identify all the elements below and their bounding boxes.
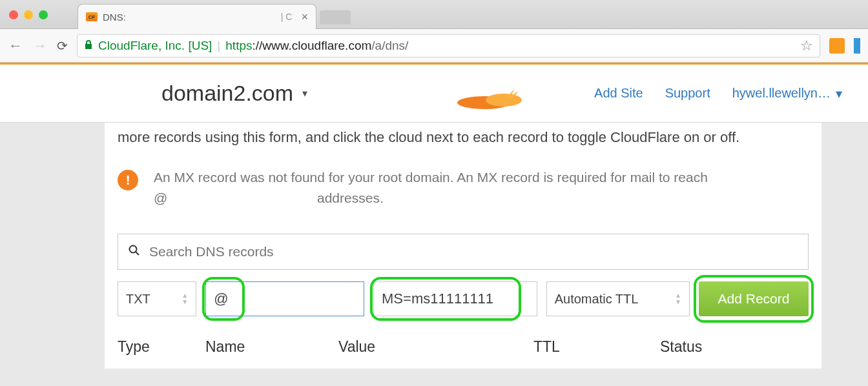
domain-name: domain2.com: [161, 81, 293, 106]
column-header-status: Status: [660, 338, 809, 356]
svg-point-2: [130, 245, 137, 252]
add-site-link[interactable]: Add Site: [594, 86, 643, 101]
address-bar[interactable]: CloudFlare, Inc. [US] | https://www.clou…: [77, 34, 820, 57]
header-nav: Add Site Support hywel.llewellyn… ▾: [594, 86, 842, 101]
extension-icon[interactable]: [829, 38, 845, 54]
record-name-input[interactable]: [214, 290, 356, 307]
browser-tab[interactable]: DNS: | C ×: [78, 4, 316, 29]
add-record-row: TXT ▲▼ Automatic TTL ▲▼ Add Record: [118, 281, 809, 316]
search-box[interactable]: [118, 234, 809, 270]
column-header-type: Type: [118, 338, 205, 356]
intro-text: more records using this form, and click …: [118, 123, 809, 163]
bookmark-star-icon[interactable]: ☆: [800, 37, 813, 54]
browser-toolbar: ← → ⟳ CloudFlare, Inc. [US] | https://ww…: [0, 29, 868, 63]
minimize-window-button[interactable]: [24, 10, 33, 19]
search-icon: [129, 245, 140, 259]
user-name: hywel.llewellyn…: [732, 86, 831, 101]
record-type-value: TXT: [126, 292, 150, 307]
record-type-select[interactable]: TXT ▲▼: [118, 281, 196, 316]
content-area: more records using this form, and click …: [0, 123, 868, 369]
ttl-select[interactable]: Automatic TTL ▲▼: [546, 281, 690, 316]
dns-table-header: Type Name Value TTL Status: [118, 338, 809, 356]
user-menu[interactable]: hywel.llewellyn… ▾: [732, 86, 842, 101]
stepper-icon: ▲▼: [181, 292, 188, 305]
support-link[interactable]: Support: [665, 86, 710, 101]
column-header-name: Name: [205, 338, 338, 356]
cloudflare-logo-icon: [455, 78, 526, 109]
close-window-button[interactable]: [9, 10, 18, 19]
record-value-input-wrap: [373, 281, 537, 316]
ev-cert-name: CloudFlare, Inc. [US]: [98, 39, 212, 53]
reload-button[interactable]: ⟳: [57, 38, 68, 54]
close-tab-button[interactable]: ×: [301, 11, 308, 23]
ttl-value: Automatic TTL: [555, 292, 639, 307]
svg-point-1: [486, 94, 522, 107]
cloudflare-favicon-icon: [86, 12, 98, 21]
loading-spinner-icon: | C: [281, 12, 293, 22]
record-value-input[interactable]: [382, 290, 529, 307]
record-name-input-wrap: [205, 281, 364, 316]
lock-icon: [84, 39, 93, 52]
window-controls: [9, 10, 48, 19]
column-header-ttl: TTL: [533, 338, 660, 356]
extension-icon-2[interactable]: [854, 38, 860, 54]
url-text: https://www.cloudflare.com/a/dns/: [225, 39, 408, 53]
browser-chrome: DNS: | C ×: [0, 0, 868, 29]
caret-down-icon: ▾: [836, 86, 842, 101]
add-record-button-wrap: Add Record: [699, 281, 809, 316]
search-input[interactable]: [149, 244, 798, 259]
svg-line-3: [136, 252, 139, 255]
dns-card: more records using this form, and click …: [105, 123, 822, 369]
column-header-value: Value: [338, 338, 533, 356]
domain-selector[interactable]: domain2.com ▾: [161, 81, 307, 106]
warning-text: An MX record was not found for your root…: [154, 167, 708, 208]
maximize-window-button[interactable]: [39, 10, 48, 19]
back-button[interactable]: ←: [8, 37, 23, 54]
forward-button[interactable]: →: [32, 37, 48, 54]
caret-down-icon: ▾: [302, 87, 307, 99]
add-record-button[interactable]: Add Record: [699, 281, 809, 316]
stepper-icon: ▲▼: [675, 292, 681, 305]
cloudflare-header: domain2.com ▾ Add Site Support hywel.lle…: [0, 65, 868, 123]
warning-icon: !: [118, 170, 138, 190]
new-tab-button[interactable]: [320, 10, 351, 25]
mx-warning: ! An MX record was not found for your ro…: [118, 163, 809, 234]
tab-title: DNS:: [103, 12, 276, 23]
